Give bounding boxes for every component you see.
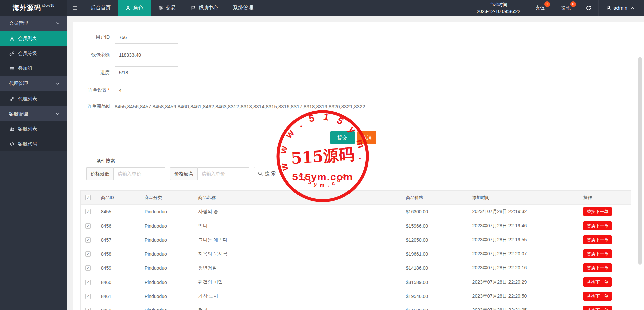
- list-icon: [9, 66, 15, 71]
- sidebar-item-label: 会员列表: [18, 36, 37, 42]
- nav-item-help-center[interactable]: 帮助中心: [183, 0, 226, 16]
- recharge-button[interactable]: 充值 1: [527, 0, 553, 16]
- cell-product-id: 8456: [96, 223, 139, 229]
- cell-product-id: 8457: [96, 237, 139, 243]
- row-checkbox[interactable]: [85, 209, 91, 214]
- search-button[interactable]: 搜 索: [254, 167, 279, 180]
- nav-item-roles[interactable]: 角色: [118, 0, 151, 16]
- max-price-group: 价格最高: [170, 167, 249, 180]
- replace-next-order-button[interactable]: 替换下一单: [583, 249, 612, 258]
- sidebar-group-label: 会员管理: [9, 20, 28, 26]
- select-all-checkbox[interactable]: [85, 195, 91, 200]
- cell-name: 청년경찰: [193, 265, 400, 271]
- admin-username: admin: [613, 5, 627, 11]
- cell-price: $16300.00: [400, 209, 467, 214]
- sidebar-toggle-button[interactable]: [67, 0, 83, 16]
- form-row-chain-product-ids: 连单商品id 8455,8456,8457,8458,8459,8460,846…: [73, 102, 644, 115]
- progress-field[interactable]: [115, 66, 178, 79]
- user-icon: [606, 5, 611, 11]
- chain-setting-field[interactable]: [115, 84, 178, 97]
- row-checkbox[interactable]: [85, 251, 91, 257]
- recharge-badge: 1: [544, 1, 550, 7]
- scales-icon: [158, 5, 163, 11]
- sidebar-item-label: 会员等级: [18, 51, 37, 57]
- row-checkbox[interactable]: [85, 308, 91, 310]
- replace-next-order-button[interactable]: 替换下一单: [583, 235, 612, 244]
- row-checkbox[interactable]: [85, 223, 91, 229]
- form-row-wallet-balance: 钱包余额: [73, 49, 644, 61]
- content-panel: 用户ID 钱包余额 进度 连单设置* 连单商品id 8455,8456,8457…: [73, 22, 644, 310]
- cell-name: 팬걸의 비밀: [193, 279, 400, 285]
- link-icon: [9, 51, 15, 56]
- min-price-input[interactable]: [113, 167, 165, 180]
- cell-product-id: 8455: [96, 209, 139, 214]
- refresh-icon: [586, 5, 592, 11]
- max-price-input[interactable]: [197, 167, 249, 180]
- products-table: 商品ID 商品分类 商品名称 商品价格 添加时间 操作 8455 Pinduod…: [80, 190, 631, 310]
- withdraw-button[interactable]: 提现 0: [553, 0, 579, 16]
- chevron-down-icon: [55, 81, 60, 86]
- cell-product-id: 8462: [96, 308, 139, 310]
- sidebar-item-member-list[interactable]: 会员列表: [0, 31, 67, 46]
- condition-search-legend: 条件搜索: [93, 158, 118, 164]
- local-time-value: 2023-12-10 09:36:22: [477, 9, 520, 14]
- sidebar-item-member-level[interactable]: 会员等级: [0, 46, 67, 61]
- cell-category: Pinduoduo: [139, 294, 193, 299]
- required-asterisk: *: [108, 87, 110, 93]
- submit-button[interactable]: 提交: [330, 131, 355, 144]
- cancel-button[interactable]: 取消: [357, 131, 376, 144]
- table-row: 8455 Pinduoduo 사랑의 종 $16300.00 2023年07月2…: [81, 205, 631, 219]
- sidebar-group-label: 代理管理: [9, 81, 28, 87]
- row-checkbox[interactable]: [85, 280, 91, 285]
- col-header-category: 商品分类: [139, 195, 193, 201]
- refresh-button[interactable]: [579, 0, 598, 16]
- sidebar-item-agent-list[interactable]: 代理列表: [0, 91, 67, 106]
- wallet-balance-field[interactable]: [115, 49, 178, 61]
- cell-category: Pinduoduo: [139, 280, 193, 285]
- sidebar-group-members[interactable]: 会员管理: [0, 16, 67, 31]
- admin-menu[interactable]: admin: [598, 0, 644, 16]
- nav-item-trade[interactable]: 交易: [151, 0, 183, 16]
- sidebar-group-support[interactable]: 客服管理: [0, 106, 67, 121]
- replace-next-order-button[interactable]: 替换下一单: [583, 277, 612, 287]
- scrollbar-thumb[interactable]: [638, 57, 642, 265]
- search-icon: [258, 171, 263, 176]
- cell-name: 가상 도시: [193, 293, 400, 299]
- form-row-progress: 进度: [73, 66, 644, 79]
- cell-name: 그녀는 예쁘다: [193, 237, 400, 243]
- user-id-field[interactable]: [115, 31, 178, 44]
- search-row: 价格最低 价格最高 搜 索: [86, 167, 624, 180]
- chain-product-ids-value: 8455,8456,8457,8458,8459,8460,8461,8462,…: [115, 102, 365, 110]
- replace-next-order-button[interactable]: 替换下一单: [583, 306, 612, 310]
- sidebar-group-agents[interactable]: 代理管理: [0, 76, 67, 91]
- cell-name: 지옥의 묵시록: [193, 251, 400, 257]
- replace-next-order-button[interactable]: 替换下一单: [583, 221, 612, 230]
- replace-next-order-button[interactable]: 替换下一单: [583, 292, 612, 301]
- replace-next-order-button[interactable]: 替换下一单: [583, 207, 612, 216]
- replace-next-order-button[interactable]: 替换下一单: [583, 263, 612, 272]
- cell-product-id: 8458: [96, 251, 139, 257]
- min-price-label: 价格最低: [86, 167, 113, 180]
- row-checkbox[interactable]: [85, 294, 91, 299]
- min-price-group: 价格最低: [86, 167, 165, 180]
- chevron-down-icon: [55, 21, 60, 26]
- sidebar-item-stack-group[interactable]: 叠加组: [0, 61, 67, 76]
- sidebar-group-label: 客服管理: [9, 111, 28, 117]
- sidebar-item-label: 客服列表: [18, 126, 37, 132]
- sidebar-item-support-code[interactable]: 客服代码: [0, 136, 67, 151]
- row-checkbox[interactable]: [85, 237, 91, 243]
- local-time-block: 当地时间 2023-12-10 09:36:22: [470, 0, 527, 16]
- col-header-price: 商品价格: [400, 195, 467, 201]
- withdraw-label: 提现: [561, 5, 571, 11]
- row-checkbox[interactable]: [85, 265, 91, 271]
- nav-item-dashboard[interactable]: 后台首页: [83, 0, 118, 16]
- link-icon: [9, 96, 15, 102]
- app-logo-text: 海外源码: [13, 3, 41, 12]
- col-header-name: 商品名称: [193, 195, 400, 201]
- cell-category: Pinduoduo: [139, 237, 193, 243]
- cell-price: $31589.00: [400, 280, 467, 285]
- cell-category: Pinduoduo: [139, 265, 193, 271]
- sidebar-item-support-list[interactable]: 客服列表: [0, 121, 67, 136]
- cell-product-id: 8460: [96, 280, 139, 285]
- nav-item-system[interactable]: 系统管理: [226, 0, 261, 16]
